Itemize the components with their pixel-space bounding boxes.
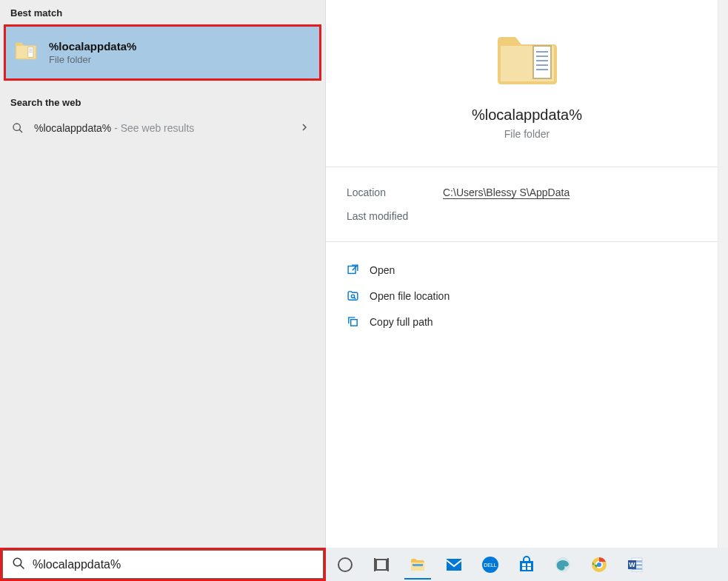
- svg-text:W: W: [629, 561, 635, 568]
- location-value[interactable]: C:\Users\Blessy S\AppData: [443, 187, 570, 198]
- web-result-row[interactable]: %localappdata% - See web results: [0, 114, 325, 142]
- svg-rect-25: [411, 562, 424, 571]
- folder-icon: [492, 25, 563, 99]
- svg-rect-14: [348, 266, 355, 274]
- modified-label: Last modified: [347, 210, 443, 222]
- svg-line-17: [354, 298, 355, 299]
- preview-subtitle: File folder: [504, 128, 550, 140]
- search-input[interactable]: [33, 558, 314, 571]
- best-match-item[interactable]: %localappdata% File folder: [6, 27, 319, 78]
- best-match-title: %localappdata%: [49, 40, 136, 53]
- svg-rect-30: [520, 561, 533, 571]
- best-match-header: Best match: [0, 0, 325, 24]
- search-highlight: [0, 548, 326, 581]
- folder-icon: [13, 38, 39, 67]
- best-match-highlight: %localappdata% File folder: [4, 24, 321, 81]
- web-query: %localappdata%: [34, 122, 111, 134]
- open-location-label: Open file location: [370, 290, 450, 302]
- open-action[interactable]: Open: [347, 257, 707, 283]
- open-label: Open: [370, 264, 395, 276]
- taskbar: DELL W: [0, 548, 728, 581]
- open-location-action[interactable]: Open file location: [347, 283, 707, 309]
- chevron-right-icon[interactable]: [300, 121, 315, 135]
- svg-point-19: [13, 558, 21, 566]
- preview-pane: %localappdata% File folder Location C:\U…: [326, 0, 728, 548]
- svg-rect-33: [522, 567, 526, 570]
- scrollbar[interactable]: [718, 0, 728, 548]
- svg-line-6: [19, 130, 22, 132]
- svg-rect-27: [447, 559, 461, 571]
- svg-point-5: [13, 124, 20, 130]
- svg-text:DELL: DELL: [484, 562, 497, 568]
- svg-rect-32: [527, 563, 531, 566]
- svg-rect-34: [527, 567, 531, 570]
- file-explorer-button[interactable]: [401, 550, 434, 580]
- svg-rect-18: [351, 320, 358, 326]
- edge-button[interactable]: [547, 550, 579, 580]
- search-web-header: Search the web: [0, 90, 325, 114]
- mail-button[interactable]: [438, 550, 470, 580]
- taskbar-search[interactable]: [2, 550, 324, 579]
- modified-row: Last modified: [347, 204, 707, 228]
- svg-rect-31: [522, 563, 526, 566]
- copy-path-label: Copy full path: [370, 316, 433, 328]
- store-button[interactable]: [510, 550, 543, 580]
- search-icon: [12, 557, 25, 573]
- svg-point-21: [338, 558, 352, 571]
- taskbar-tray: DELL W: [326, 548, 728, 581]
- web-hint: - See web results: [111, 122, 194, 134]
- svg-rect-26: [413, 564, 423, 566]
- search-results-pane: Best match %localappdat: [0, 0, 326, 548]
- web-result-text: %localappdata% - See web results: [34, 122, 291, 134]
- copy-path-action[interactable]: Copy full path: [347, 309, 707, 335]
- svg-rect-22: [376, 560, 387, 570]
- location-row: Location C:\Users\Blessy S\AppData: [347, 181, 707, 204]
- preview-title: %localappdata%: [472, 107, 582, 124]
- dell-button[interactable]: DELL: [474, 550, 507, 580]
- cortana-button[interactable]: [329, 550, 361, 580]
- search-icon: [10, 122, 25, 134]
- task-view-button[interactable]: [365, 550, 398, 580]
- word-button[interactable]: W: [619, 550, 652, 580]
- best-match-subtitle: File folder: [49, 54, 136, 65]
- location-label: Location: [347, 187, 443, 198]
- chrome-button[interactable]: [583, 550, 615, 580]
- svg-rect-8: [533, 46, 551, 78]
- svg-line-20: [20, 565, 24, 568]
